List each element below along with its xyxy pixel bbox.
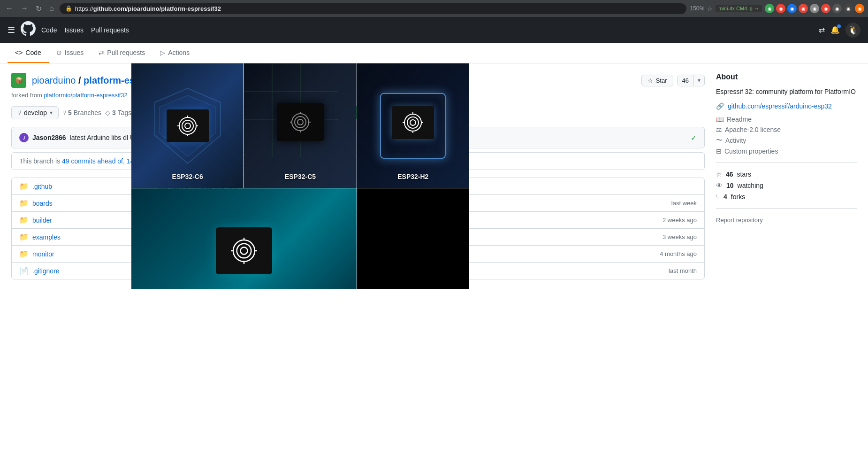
table-row: 📁 .github add h2zero NimBLE example — [12, 178, 704, 195]
file-commit-msg: Make esp32_exception_decoder more generi… — [158, 250, 633, 257]
hamburger-menu[interactable]: ☰ — [8, 25, 15, 35]
custom-properties-link[interactable]: ⊟ Custom properties — [716, 147, 857, 155]
nav-issues[interactable]: Issues — [64, 26, 83, 34]
file-link[interactable]: examples — [32, 233, 61, 241]
commit-author[interactable]: Jason2866 — [32, 134, 66, 141]
visibility-badge: Public — [182, 76, 207, 85]
tab-pr-label: Pull requests — [107, 49, 145, 56]
readme-link[interactable]: 📖 Readme — [716, 116, 857, 123]
book-icon: 📖 — [716, 116, 724, 123]
report-repository-link[interactable]: Report repository — [716, 217, 763, 224]
file-table: 📁 .github add h2zero NimBLE example 📁 bo… — [11, 178, 705, 279]
eye-icon: 👁 — [716, 182, 723, 189]
about-title: About — [716, 73, 857, 81]
tags-icon: ◇ — [105, 109, 110, 116]
custom-props-icon: ⊟ — [716, 147, 722, 155]
extension-icons: ◉ ◉ ◉ ◉ ◉ ◉ ◉ ◉ ◉ — [765, 4, 864, 13]
left-panel: 📦 pioarduino / platform-espressif32 Publ… — [11, 73, 705, 279]
tab-pull-requests[interactable]: ⇄ Pull requests — [91, 43, 152, 63]
ext-icon-1: ◉ — [765, 4, 774, 13]
home-button[interactable]: ⌂ — [47, 3, 56, 14]
user-avatar[interactable]: 🐧 — [845, 23, 860, 38]
file-link[interactable]: boards — [32, 200, 53, 207]
nav-code[interactable]: Code — [41, 26, 57, 34]
fork-info: forked from platformio/platform-espressi… — [11, 92, 705, 99]
folder-icon: 📁 — [19, 216, 29, 224]
star-count-widget: 46 ▾ — [677, 75, 705, 86]
ahead-link[interactable]: 49 commits ahead of — [62, 157, 123, 165]
pull-request-icon[interactable]: ⇄ — [819, 25, 825, 34]
header-right: ⇄ 🔔 🐧 — [819, 23, 860, 38]
github-logo[interactable] — [21, 21, 36, 39]
branches-icon: ⑂ — [62, 109, 66, 116]
table-row: 📁 examples add conflicting libs to lib_i… — [12, 229, 704, 246]
main-container: 📦 pioarduino / platform-espressif32 Publ… — [0, 63, 868, 289]
repo-name-link[interactable]: platform-espressif32 — [84, 75, 176, 85]
file-icon: 📄 — [19, 266, 29, 275]
activity-icon: 〜 — [716, 136, 723, 145]
commit-check-icon: ✓ — [691, 133, 697, 142]
code-btn-chevron: ▾ — [351, 109, 354, 116]
repo-slash: / — [78, 75, 84, 85]
code-button[interactable]: ⬡ Code ▾ — [318, 106, 360, 119]
star-count[interactable]: 46 — [678, 75, 694, 86]
bell-icon[interactable]: 🔔 — [830, 25, 840, 34]
star-count-chevron[interactable]: ▾ — [694, 75, 704, 85]
table-row: 📄 .gitignore release espressif32 Arduino… — [12, 263, 704, 279]
tags-stat[interactable]: ◇ 3 Tags — [105, 109, 131, 116]
file-time: last month — [640, 267, 697, 274]
refresh-button[interactable]: ↻ — [34, 3, 44, 14]
file-time: last week — [640, 200, 697, 207]
tab-issues[interactable]: ⊙ Issues — [49, 43, 91, 63]
actions-tab-icon: ▷ — [160, 49, 165, 56]
fork-source-link[interactable]: platformio/platform-espressif32 — [44, 92, 127, 99]
license-link[interactable]: ⚖ Apache-2.0 license — [716, 126, 857, 133]
folder-icon: 📁 — [19, 182, 29, 191]
watching-stat[interactable]: 👁 10 watching — [716, 182, 857, 189]
file-name-cell: 📁 builder — [19, 216, 151, 224]
file-link[interactable]: monitor — [32, 250, 54, 258]
ext-icon-8: ◉ — [844, 4, 853, 13]
branch-icon: ⑂ — [17, 109, 21, 116]
repo-owner-link[interactable]: pioarduino — [32, 75, 76, 85]
file-link[interactable]: .gitignore — [32, 267, 60, 275]
address-bar[interactable]: 🔒 https://github.com/pioarduino/platform… — [60, 3, 686, 14]
bookmark-icon[interactable]: ☆ — [707, 5, 713, 12]
code-tab-icon: <> — [15, 49, 23, 56]
file-commit-msg: Update "idf-component-manager" to "~=2.0… — [158, 217, 633, 224]
file-commit-msg: release espressif32 Arduino core 3.0.3 b… — [158, 267, 633, 274]
folder-icon: 📁 — [19, 232, 29, 241]
activity-link[interactable]: 〜 Activity — [716, 136, 857, 145]
star-button[interactable]: ☆ Star — [641, 75, 673, 86]
folder-icon: 📁 — [19, 199, 29, 208]
go-to-file-button[interactable]: 🔍 Go to file — [135, 106, 276, 119]
forward-button[interactable]: → — [19, 3, 30, 14]
star-stat-icon: ☆ — [716, 170, 722, 178]
commit-message: latest Arduino libs dl URL is fetched in… — [70, 134, 687, 141]
nav-pull-requests[interactable]: Pull requests — [91, 26, 129, 34]
branch-selector[interactable]: ⑂ develop ▾ — [11, 106, 59, 119]
branches-stat[interactable]: ⑂ 5 Branches — [62, 109, 101, 116]
tab-code[interactable]: <> Code — [8, 43, 49, 63]
repo-name: pioarduino / platform-espressif32 — [32, 75, 176, 86]
ext-icon-7: ◉ — [832, 4, 842, 13]
repo-title-area: 📦 pioarduino / platform-espressif32 Publ… — [11, 73, 705, 88]
file-commit-msg: add conflicting libs to lib_ignore — [158, 233, 633, 240]
file-name-cell: 📄 .gitignore — [19, 266, 151, 275]
back-button[interactable]: ← — [4, 3, 15, 14]
branch-name: develop — [24, 109, 47, 116]
tab-code-label: Code — [25, 49, 41, 56]
file-link[interactable]: builder — [32, 217, 52, 224]
about-link[interactable]: 🔗 github.com/espressif/arduino-esp32 — [716, 102, 857, 110]
stars-stat[interactable]: ☆ 46 stars — [716, 170, 857, 178]
tab-actions[interactable]: ▷ Actions — [152, 43, 197, 63]
code-btn-icon: ⬡ — [324, 109, 329, 116]
file-time: 2 weeks ago — [640, 217, 697, 224]
behind-link[interactable]: 14 commits behind — [127, 157, 182, 165]
forks-stat[interactable]: ⑂ 4 forks — [716, 193, 857, 201]
add-file-button[interactable]: Add file — [280, 106, 314, 119]
search-icon: 🔍 — [141, 109, 149, 116]
star-icon: ☆ — [647, 77, 653, 84]
file-link[interactable]: .github — [32, 183, 52, 190]
repo-tabs: <> Code ⊙ Issues ⇄ Pull requests ▷ Actio… — [0, 43, 868, 63]
